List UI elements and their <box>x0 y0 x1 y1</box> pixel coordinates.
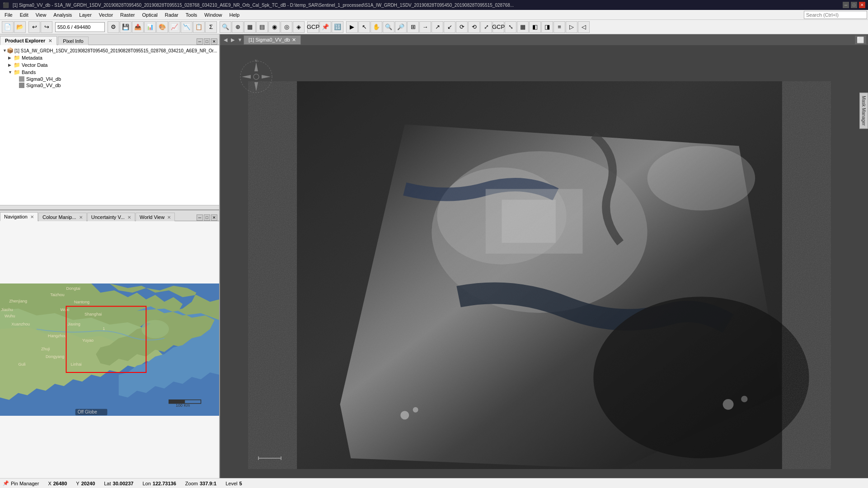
tab-colour-manip[interactable]: Colour Manip... ✕ <box>38 213 87 221</box>
tab-close-world-view[interactable]: ✕ <box>167 215 171 220</box>
toolbar-icon-36[interactable]: ◁ <box>578 21 590 33</box>
status-pin-icon[interactable]: 📌 Pin Manager <box>3 480 39 486</box>
tab-navigation[interactable]: Navigation ✕ <box>0 212 38 221</box>
tree-sigma-vv[interactable]: Sigma0_VV_db <box>2 82 217 88</box>
panel-minimize-btn[interactable]: ─ <box>197 38 203 45</box>
toolbar-move[interactable]: ✋ <box>371 21 382 33</box>
toolbar-icon-16[interactable]: ◈ <box>293 21 305 33</box>
tree-vector-data[interactable]: ▶ 📁 Vector Data <box>2 61 217 69</box>
toolbar-icon-26[interactable]: ⟳ <box>456 21 468 33</box>
menu-radar[interactable]: Radar <box>161 11 182 19</box>
redo-button[interactable]: ↪ <box>41 21 52 33</box>
open-button[interactable]: 📂 <box>14 21 26 33</box>
toolbar-icon-21[interactable]: ↖ <box>358 21 370 33</box>
toolbar-icon-11[interactable]: ⊕ <box>232 21 244 33</box>
sar-image-view[interactable]: N <box>220 45 868 478</box>
toolbar-icon-23[interactable]: → <box>419 21 431 33</box>
toolbar-icon-13[interactable]: ▤ <box>256 21 268 33</box>
undo-button[interactable]: ↩ <box>28 21 40 33</box>
tab-close-uncertainty[interactable]: ✕ <box>127 215 131 220</box>
image-tab-sigma-vv[interactable]: [1] Sigma0_VV_db ✕ <box>244 35 301 45</box>
toolbar-icon-2[interactable]: 💾 <box>120 21 131 33</box>
toolbar-icon-3[interactable]: 📤 <box>132 21 144 33</box>
toolbar-icon-35[interactable]: ▷ <box>566 21 577 33</box>
tree-root[interactable]: ▼ 📦 [1] S1A_IW_GRDH_1SDV_20190828T095450… <box>2 47 217 54</box>
nav-panel-minimize[interactable]: ─ <box>197 214 203 221</box>
tree-bands[interactable]: ▼ 📁 Bands <box>2 69 217 76</box>
toolbar-icon-25[interactable]: ↙ <box>444 21 455 33</box>
menu-file[interactable]: File <box>1 11 16 19</box>
svg-text:Guli: Guli <box>18 362 25 367</box>
toolbar-icon-34[interactable]: ≡ <box>554 21 565 33</box>
panel-maximize-btn[interactable]: □ <box>204 38 210 45</box>
menu-view[interactable]: View <box>32 11 50 19</box>
menu-optical[interactable]: Optical <box>138 11 161 19</box>
tab-nav-prev[interactable]: ◀ <box>222 36 229 43</box>
panel-restore-btn[interactable]: ✕ <box>211 38 217 45</box>
tab-close-navigation[interactable]: ✕ <box>30 214 34 219</box>
toolbar-icon-31[interactable]: ▦ <box>517 21 529 33</box>
zoom-input[interactable] <box>55 22 105 32</box>
top-tab-bar: Product Explorer ✕ Pixel Info ─ □ ✕ <box>0 34 219 45</box>
menu-vector[interactable]: Vector <box>95 11 117 19</box>
top-panel-scrollbar[interactable] <box>0 205 219 209</box>
menu-raster[interactable]: Raster <box>117 11 138 19</box>
tab-world-view[interactable]: World View ✕ <box>136 213 175 221</box>
toolbar-zoom-in[interactable]: 🔍 <box>383 21 394 33</box>
toolbar-icon-14[interactable]: ◉ <box>268 21 280 33</box>
svg-text:Zhenjiang: Zhenjiang <box>9 299 27 303</box>
toolbar-icon-15[interactable]: ◎ <box>281 21 292 33</box>
toolbar-icon-10[interactable]: 🔍 <box>220 21 231 33</box>
tab-close-colour[interactable]: ✕ <box>79 215 83 220</box>
toolbar-icon-12[interactable]: ▦ <box>244 21 256 33</box>
tab-uncertainty[interactable]: Uncertainty V... ✕ <box>87 213 135 221</box>
toolbar-icon-1[interactable]: ⚙ <box>108 21 119 33</box>
maximize-view-button[interactable]: ⬜ <box>855 36 866 44</box>
toolbar-icon-20[interactable]: ▶ <box>346 21 358 33</box>
close-button[interactable]: ✕ <box>859 2 865 8</box>
menu-edit[interactable]: Edit <box>16 11 32 19</box>
toolbar-icon-5[interactable]: 🎨 <box>156 21 168 33</box>
menu-analysis[interactable]: Analysis <box>50 11 75 19</box>
menu-help[interactable]: Help <box>225 11 243 19</box>
toolbar-icon-18[interactable]: 📌 <box>319 21 331 33</box>
toolbar-icon-9[interactable]: Σ <box>205 21 217 33</box>
new-button[interactable]: 📄 <box>2 21 14 33</box>
search-input[interactable] <box>804 11 867 19</box>
minimize-button[interactable]: ─ <box>843 2 849 8</box>
tab-pixel-info[interactable]: Pixel Info <box>58 37 88 45</box>
toolbar-icon-8[interactable]: 📋 <box>193 21 205 33</box>
toolbar-icon-4[interactable]: 📊 <box>144 21 156 33</box>
image-tab-close-icon[interactable]: ✕ <box>292 37 296 43</box>
menu-layer[interactable]: Layer <box>75 11 95 19</box>
toolbar-icon-32[interactable]: ◧ <box>529 21 541 33</box>
toolbar-icon-29[interactable]: GCP <box>493 21 504 33</box>
tab-nav-next[interactable]: ▶ <box>229 36 236 43</box>
tree-metadata[interactable]: ▶ 📁 Metadata <box>2 54 217 61</box>
toolbar-icon-6[interactable]: 📈 <box>169 21 180 33</box>
svg-text:Wuxi: Wuxi <box>60 307 69 312</box>
nav-panel-close[interactable]: ✕ <box>211 214 217 221</box>
svg-text:Xuanzhou: Xuanzhou <box>11 322 30 326</box>
toolbar-zoom-out[interactable]: 🔎 <box>395 21 407 33</box>
toolbar-icon-27[interactable]: ⟲ <box>468 21 480 33</box>
navigation-map[interactable]: Dongtai Taizhou Zhenjiang Nantong Jiaohu… <box>0 221 219 478</box>
toolbar-icon-22[interactable]: ⊞ <box>407 21 419 33</box>
toolbar-icon-28[interactable]: ⤢ <box>480 21 492 33</box>
toolbar-icon-33[interactable]: ◨ <box>541 21 553 33</box>
tab-nav-list[interactable]: ▼ <box>236 36 244 43</box>
toolbar-icon-30[interactable]: ⤡ <box>505 21 516 33</box>
toolbar-icon-7[interactable]: 📉 <box>181 21 192 33</box>
toolbar-icon-24[interactable]: ↗ <box>432 21 443 33</box>
nav-panel-maximize[interactable]: □ <box>204 214 210 221</box>
menu-tools[interactable]: Tools <box>182 11 201 19</box>
menu-window[interactable]: Window <box>201 11 225 19</box>
tab-product-explorer[interactable]: Product Explorer ✕ <box>0 36 57 45</box>
toolbar-icon-17[interactable]: GCP <box>307 21 319 33</box>
tab-close-product-explorer[interactable]: ✕ <box>48 38 52 43</box>
toolbar-icon-19[interactable]: 🔢 <box>332 21 343 33</box>
tree-metadata-icon: 📁 <box>14 55 21 61</box>
mask-manager-handle[interactable]: Mask Manager <box>859 93 868 129</box>
maximize-button[interactable]: □ <box>851 2 857 8</box>
tree-sigma-vh[interactable]: Sigma0_VH_db <box>2 76 217 82</box>
